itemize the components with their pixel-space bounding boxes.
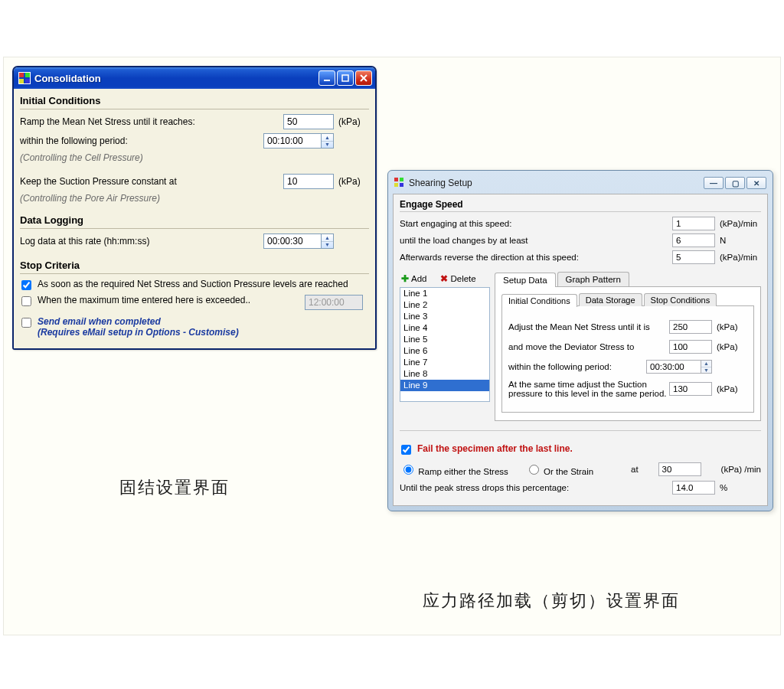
consolidation-window: Consolidation Initial Conditions Ramp th…	[12, 66, 377, 350]
max-time-input	[305, 295, 363, 310]
svg-rect-0	[342, 75, 348, 81]
list-item[interactable]: Line 4	[400, 322, 489, 334]
at-label: at	[631, 465, 639, 474]
stop-opt1-label: As soon as the required Net Stress and S…	[38, 279, 369, 289]
stop-criteria-heading: Stop Criteria	[20, 256, 369, 273]
log-rate-label: Log data at this rate (hh:mm:ss)	[20, 236, 263, 247]
tab-setup-data[interactable]: Setup Data	[495, 273, 556, 287]
ramp-unit: (kPa)	[334, 116, 369, 127]
stop-opt2-checkbox[interactable]	[21, 296, 31, 306]
engage-u2: N	[715, 236, 761, 245]
engage-v2-input[interactable]	[672, 233, 715, 247]
window-title: Shearing Setup	[409, 178, 704, 188]
email-checkbox[interactable]	[21, 318, 31, 328]
tab-stop-conditions[interactable]: Stop Conditions	[644, 293, 717, 306]
fail-specimen-label: Fail the specimen after the last line.	[417, 443, 573, 454]
until-unit: %	[715, 483, 761, 492]
stop-opt1-checkbox[interactable]	[21, 280, 31, 290]
maximize-button[interactable]	[337, 70, 354, 86]
delete-button[interactable]: ✖Delete	[440, 273, 475, 284]
radio-strain[interactable]: Or the Strain	[525, 462, 593, 476]
list-item[interactable]: Line 8	[400, 368, 489, 380]
engage-u3: (kPa)/min	[715, 253, 761, 262]
list-item[interactable]: Line 5	[400, 334, 489, 345]
list-item[interactable]: Line 1	[400, 288, 489, 299]
ic-l2: and move the Deviator Stress to	[508, 342, 669, 351]
pore-air-note: (Controlling the Pore Air Pressure)	[20, 193, 369, 204]
ic-l3: within the following period:	[508, 362, 646, 371]
period-input[interactable]	[263, 133, 322, 149]
ic-u4: (kPa)	[712, 384, 747, 393]
ramp-value-input[interactable]	[283, 114, 334, 129]
add-button[interactable]: ✚Add	[401, 273, 426, 284]
engage-u1: (kPa)/min	[715, 219, 761, 228]
ramp-label: Ramp the Mean Net Stress until it reache…	[20, 116, 283, 127]
suction-unit: (kPa)	[334, 176, 369, 187]
ic-v1-input[interactable]	[669, 320, 712, 334]
period-spinner[interactable]: ▲▼	[322, 133, 334, 149]
log-rate-input[interactable]	[263, 233, 322, 249]
log-rate-spinner[interactable]: ▲▼	[322, 233, 334, 249]
ic-v2-input[interactable]	[669, 340, 712, 354]
ic-l4: At the same time adjust the Suction pres…	[508, 380, 669, 398]
lines-listbox[interactable]: Line 1Line 2Line 3Line 4Line 5Line 6Line…	[400, 287, 490, 402]
fail-specimen-checkbox[interactable]	[401, 445, 411, 455]
engage-speed-heading: Engage Speed	[400, 199, 761, 210]
consolidation-caption: 固结设置界面	[119, 476, 230, 499]
at-unit: (kPa) /min	[721, 465, 761, 474]
initial-conditions-heading: Initial Conditions	[20, 92, 369, 108]
app-icon	[18, 72, 31, 84]
titlebar[interactable]: Shearing Setup — ▢ ✕	[393, 175, 768, 191]
app-icon	[394, 178, 405, 188]
delete-icon: ✖	[440, 273, 448, 284]
list-item[interactable]: Line 7	[400, 357, 489, 368]
engage-l2: until the load changes by at least	[400, 236, 672, 245]
suction-label: Keep the Suction Pressure constant at	[20, 176, 283, 187]
radio-stress[interactable]: Ramp either the Stress	[400, 462, 508, 476]
until-value-input[interactable]	[672, 481, 715, 495]
ic-u1: (kPa)	[712, 322, 747, 331]
shearing-window: Shearing Setup — ▢ ✕ Engage Speed Start …	[387, 170, 773, 511]
ic-u2: (kPa)	[712, 342, 747, 351]
engage-l3: Afterwards reverse the direction at this…	[400, 253, 672, 262]
shearing-caption: 应力路径加载（剪切）设置界面	[423, 589, 680, 612]
ic-v3-input[interactable]	[646, 360, 701, 374]
ic-v3-spinner[interactable]: ▲▼	[701, 360, 712, 374]
minimize-button[interactable]: —	[704, 177, 724, 189]
period-label: within the following period:	[20, 136, 263, 146]
ic-l1: Adjust the Mean Net Stress until it is	[508, 322, 669, 331]
plus-icon: ✚	[401, 273, 409, 284]
list-item[interactable]: Line 9	[400, 380, 489, 391]
tab-graph-pattern[interactable]: Graph Pattern	[557, 272, 629, 286]
minimize-button[interactable]	[318, 70, 335, 86]
suction-value-input[interactable]	[283, 174, 334, 189]
maximize-button[interactable]: ▢	[725, 177, 745, 189]
tab-initial-conditions[interactable]: Initial Conditions	[501, 294, 577, 307]
close-button[interactable]	[355, 70, 372, 86]
data-logging-heading: Data Logging	[20, 211, 369, 227]
list-item[interactable]: Line 3	[400, 311, 489, 322]
until-label: Until the peak stress drops this percent…	[400, 483, 672, 492]
stop-opt2-label: When the maximum time entered here is ex…	[38, 295, 299, 305]
engage-v3-input[interactable]	[672, 250, 715, 264]
titlebar[interactable]: Consolidation	[14, 67, 375, 89]
window-title: Consolidation	[34, 73, 318, 84]
list-item[interactable]: Line 6	[400, 345, 489, 357]
engage-v1-input[interactable]	[672, 217, 715, 230]
ic-v4-input[interactable]	[669, 382, 712, 396]
cell-pressure-note: (Controlling the Cell Pressure)	[20, 152, 369, 163]
close-button[interactable]: ✕	[746, 177, 766, 189]
list-item[interactable]: Line 2	[400, 299, 489, 311]
engage-l1: Start engaging at this speed:	[400, 219, 672, 228]
at-value-input[interactable]	[658, 462, 701, 476]
tab-data-storage[interactable]: Data Storage	[579, 293, 642, 306]
email-note: Send email when completed (Requires eMai…	[38, 316, 239, 338]
